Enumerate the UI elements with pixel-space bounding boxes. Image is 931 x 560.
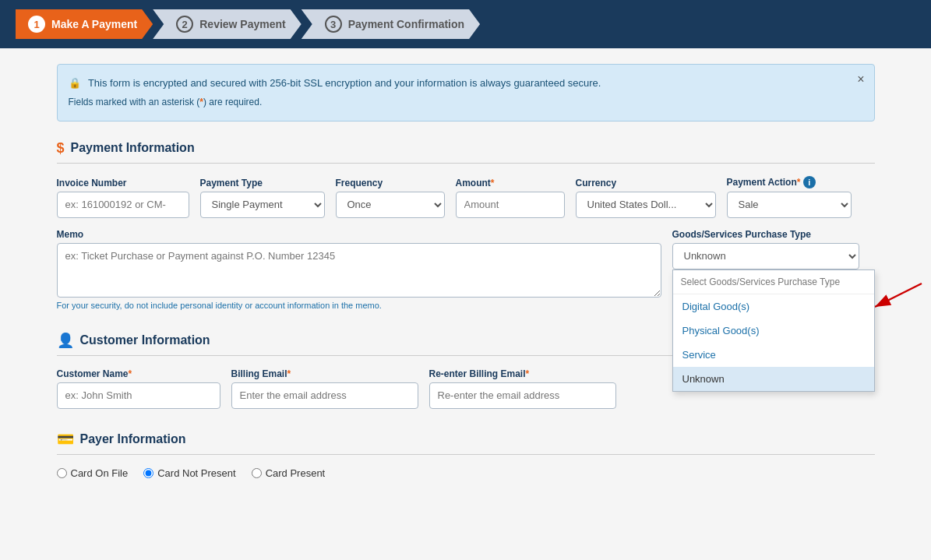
payment-type-group: Payment Type Single Payment Recurring Pa… [200,178,325,218]
goods-option-digital[interactable]: Digital Good(s) [673,294,874,319]
re-billing-email-group: Re-enter Billing Email* [429,368,616,409]
currency-select[interactable]: United States Doll... Euro British Pound [576,192,716,218]
frequency-select[interactable]: Once Monthly Quarterly Annually [336,192,445,218]
step-2[interactable]: 2 Review Payment [153,9,302,39]
payment-info-section: $ Payment Information Invoice Number Pay… [57,140,875,310]
required-note: Fields marked with an asterisk (*) are r… [69,95,847,110]
card-on-file-label[interactable]: Card On File [57,467,129,479]
alert-box: 🔒 This form is encrypted and secured wit… [57,64,875,122]
card-on-file-text: Card On File [71,467,129,479]
goods-type-label: Goods/Services Purchase Type [672,229,875,240]
step-1-label: Make A Payment [51,18,137,30]
payment-info-title: $ Payment Information [57,140,875,164]
invoice-label: Invoice Number [57,178,189,188]
invoice-group: Invoice Number [57,178,189,218]
payment-fields-row: Invoice Number Payment Type Single Payme… [57,176,875,218]
goods-type-select[interactable]: Unknown Digital Good(s) Physical Good(s)… [672,243,859,269]
payer-info-title: 💳 Payer Information [57,431,875,455]
goods-option-unknown[interactable]: Unknown [673,367,874,391]
card-present-radio[interactable] [252,468,262,478]
step-3-label: Payment Confirmation [348,18,464,30]
customer-name-input[interactable] [57,382,220,409]
invoice-input[interactable] [57,192,189,218]
alert-message: This form is encrypted and secured with … [88,77,601,89]
amount-input[interactable] [456,192,565,218]
step-3[interactable]: 3 Payment Confirmation [302,9,480,39]
customer-name-label: Customer Name* [57,368,220,379]
payer-info-section: 💳 Payer Information Card On File Card No… [57,431,875,479]
red-arrow-indicator [867,276,929,322]
step-1[interactable]: 1 Make A Payment [16,9,153,39]
payment-action-select[interactable]: Sale Authorization [727,192,852,218]
card-not-present-label[interactable]: Card Not Present [143,467,235,479]
currency-label: Currency [576,178,716,188]
billing-email-input[interactable] [231,382,418,409]
amount-group: Amount* [456,178,565,218]
memo-group: Memo For your security, do not include p… [57,229,661,310]
billing-email-label: Billing Email* [231,368,418,379]
frequency-label: Frequency [336,178,445,188]
svg-line-1 [875,284,922,307]
main-content: 🔒 This form is encrypted and secured wit… [41,64,890,479]
goods-option-service[interactable]: Service [673,343,874,367]
step-3-number: 3 [325,16,342,33]
amount-label: Amount* [456,178,565,188]
memo-note: For your security, do not include person… [57,301,661,310]
goods-dropdown: Select Goods/Services Purchase Type Digi… [672,269,875,392]
re-billing-email-input[interactable] [429,382,616,409]
currency-group: Currency United States Doll... Euro Brit… [576,178,716,218]
person-icon: 👤 [57,332,74,349]
billing-email-group: Billing Email* [231,368,418,409]
payment-action-group: Payment Action* i Sale Authorization [727,176,852,218]
steps-nav: 1 Make A Payment 2 Review Payment 3 Paym… [16,9,915,39]
alert-close-button[interactable]: × [857,72,864,86]
top-bar: 1 Make A Payment 2 Review Payment 3 Paym… [0,0,931,48]
card-present-text: Card Present [266,467,326,479]
payment-action-info-icon[interactable]: i [803,176,816,188]
card-icon: 💳 [57,431,74,448]
lock-icon: 🔒 [69,77,81,89]
card-present-label[interactable]: Card Present [252,467,326,479]
step-2-label: Review Payment [199,18,286,30]
step-2-number: 2 [176,16,193,33]
goods-dropdown-header: Select Goods/Services Purchase Type [673,270,874,294]
goods-type-group: Goods/Services Purchase Type Unknown Dig… [672,229,875,269]
customer-name-group: Customer Name* [57,368,220,409]
memo-label: Memo [57,229,661,240]
card-on-file-radio[interactable] [57,468,67,478]
payment-action-label: Payment Action* i [727,176,852,188]
card-not-present-radio[interactable] [143,468,153,478]
goods-option-physical[interactable]: Physical Good(s) [673,319,874,343]
frequency-group: Frequency Once Monthly Quarterly Annuall… [336,178,445,218]
payment-type-label: Payment Type [200,178,325,188]
payer-radio-row: Card On File Card Not Present Card Prese… [57,467,875,479]
dollar-icon: $ [57,140,65,157]
payment-type-select[interactable]: Single Payment Recurring Payment [200,192,325,218]
step-1-number: 1 [28,16,45,33]
card-not-present-text: Card Not Present [157,467,235,479]
re-billing-email-label: Re-enter Billing Email* [429,368,616,379]
memo-textarea[interactable] [57,243,661,298]
